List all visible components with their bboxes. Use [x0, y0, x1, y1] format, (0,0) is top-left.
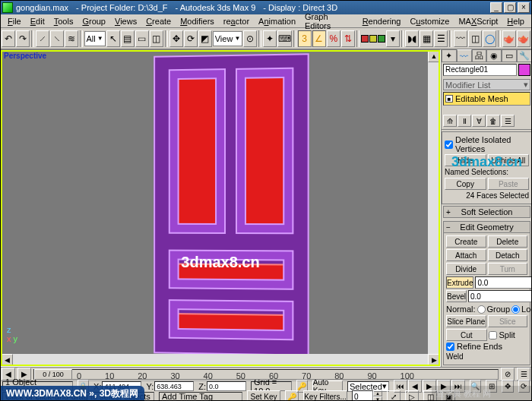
tab-modify[interactable]: 〰	[457, 49, 472, 62]
menu-group[interactable]: Group	[78, 15, 110, 27]
time-slider[interactable]: 0 / 100 0102030405060708090100	[33, 369, 499, 380]
slice-plane-button[interactable]: Slice Plane	[446, 315, 486, 327]
menu-create[interactable]: Create	[141, 15, 176, 27]
menu-file[interactable]: File	[3, 15, 26, 27]
window-crossing-button[interactable]: ◫	[150, 30, 163, 47]
render-scene-button[interactable]: 🫖	[502, 30, 516, 47]
named-sets-button[interactable]: ▾	[386, 30, 400, 47]
tab-hierarchy[interactable]: 品	[472, 49, 487, 62]
object-color-swatch[interactable]	[518, 64, 530, 76]
delete-button[interactable]: Delete	[488, 235, 528, 248]
hide-button[interactable]: Hide	[445, 154, 486, 166]
paste-button[interactable]: Paste	[488, 178, 530, 190]
slice-button[interactable]: Slice	[488, 315, 528, 327]
rotate-button[interactable]: ⟳	[184, 30, 198, 47]
scroll-up-button[interactable]: ▲	[428, 50, 440, 62]
menu-views[interactable]: Views	[110, 15, 141, 27]
rollout-edit-geometry[interactable]: −Edit Geometry	[443, 221, 530, 233]
select-object-button[interactable]: ↖	[106, 30, 120, 47]
bind-spacewarp-button[interactable]: ≋	[65, 30, 78, 47]
select-by-name-button[interactable]: ▤	[121, 30, 135, 47]
scroll-right-button[interactable]: ▶	[428, 354, 440, 366]
bevel-spinner[interactable]: ▲▼	[468, 290, 532, 302]
menu-animation[interactable]: Animation	[254, 15, 300, 27]
configure-sets-button[interactable]: ☰	[501, 115, 515, 127]
menu-graph[interactable]: Graph Editors	[300, 11, 358, 32]
time-slider-thumb[interactable]: 0 / 100	[34, 369, 72, 380]
normal-group-radio[interactable]	[477, 305, 486, 314]
angle-snap-button[interactable]: ∠	[312, 30, 326, 47]
manipulate-button[interactable]: ✦	[263, 30, 277, 47]
attach-button[interactable]: Attach	[446, 249, 486, 261]
window-close-button[interactable]: ×	[518, 2, 530, 13]
fov-button[interactable]: ▷	[405, 390, 419, 402]
layers-button[interactable]: ☰	[434, 30, 448, 47]
percent-snap-button[interactable]: %	[327, 30, 340, 47]
undo-button[interactable]: ↶	[2, 30, 15, 47]
extrude-button[interactable]: Extrude	[446, 276, 473, 289]
z-coord-field[interactable]: Z:	[198, 381, 246, 391]
redo-button[interactable]: ↷	[16, 30, 30, 47]
window-minimize-button[interactable]: _	[490, 2, 502, 13]
object-name-field[interactable]: Rectangle01	[443, 64, 517, 76]
remove-modifier-button[interactable]: 🗑	[486, 115, 500, 127]
menu-tools[interactable]: Tools	[49, 15, 78, 27]
keyboard-shortcut-button[interactable]: ⌨	[277, 30, 292, 47]
viewport-perspective[interactable]: Perspective 3dmax8.cn zx y ▲ ◀ ▶	[0, 49, 441, 367]
unlink-button[interactable]: ⟍	[50, 30, 64, 47]
scale-button[interactable]: ◩	[198, 30, 212, 47]
spinner-snap-button[interactable]: ⇅	[341, 30, 355, 47]
stack-expand-icon[interactable]: ■	[445, 95, 453, 103]
stack-item-editable-mesh[interactable]: ■ Editable Mesh	[444, 93, 530, 105]
quick-render-button[interactable]: 🫖	[517, 30, 530, 47]
add-time-tag[interactable]: Add Time Tag	[159, 392, 242, 402]
normal-local-radio[interactable]	[511, 305, 520, 314]
ref-coord-dropdown[interactable]: View▼	[213, 31, 243, 46]
tab-utilities[interactable]: 🔧	[517, 49, 532, 62]
modifier-list-dropdown[interactable]: Modifier List▾	[443, 79, 530, 90]
timeconfig-button[interactable]: ☰	[517, 368, 530, 380]
tab-motion[interactable]: ◉	[486, 49, 502, 62]
zoom-extents-button[interactable]: ⤢	[387, 390, 401, 402]
schematic-view-button[interactable]: ◫	[468, 30, 482, 47]
cut-button[interactable]: Cut	[446, 329, 487, 341]
show-end-result-button[interactable]: Ⅱ	[458, 115, 471, 127]
detach-button[interactable]: Detach	[488, 249, 528, 261]
menu-help[interactable]: Help	[502, 15, 529, 27]
turn-button[interactable]: Turn	[488, 263, 528, 275]
material-editor-button[interactable]: ◯	[483, 30, 496, 47]
y-coord-field[interactable]: Y:	[146, 381, 194, 391]
pivot-center-button[interactable]: ⊙	[243, 30, 257, 47]
setkey-button[interactable]: Set Key	[247, 390, 280, 401]
link-button[interactable]: ⟋	[36, 30, 49, 47]
rect-region-button[interactable]: ▭	[135, 30, 149, 47]
delete-iso-checkbox[interactable]: Delete Isolated Vertices	[445, 135, 529, 153]
rollout-soft-selection[interactable]: +Soft Selection	[443, 206, 530, 218]
key-big-button[interactable]: 🔑	[285, 390, 299, 402]
unhide-all-button[interactable]: Unhide All	[488, 154, 530, 166]
bevel-button[interactable]: Bevel	[446, 290, 467, 302]
divide-button[interactable]: Divide	[446, 263, 486, 275]
menu-modifiers[interactable]: Modifiers	[176, 15, 219, 27]
pin-stack-button[interactable]: ⟰	[443, 115, 457, 127]
tab-display[interactable]: ▭	[502, 49, 517, 62]
refine-ends-checkbox[interactable]: Refine Ends	[446, 342, 527, 351]
menu-rendering[interactable]: Rendering	[358, 15, 406, 27]
align-button[interactable]: ▦	[420, 30, 433, 47]
create-button[interactable]: Create	[446, 235, 486, 248]
window-maximize-button[interactable]: ▢	[504, 2, 516, 13]
split-checkbox[interactable]: Split	[489, 330, 528, 340]
scroll-left-button[interactable]: ◀	[1, 354, 13, 366]
viewport-scroll-v[interactable]: ▲	[428, 50, 440, 354]
menu-edit[interactable]: Edit	[26, 15, 49, 27]
make-unique-button[interactable]: ∀	[472, 115, 486, 127]
current-frame-spinner[interactable]: ▲▼	[352, 390, 382, 401]
copy-button[interactable]: Copy	[445, 178, 486, 190]
menu-reactor[interactable]: reactor	[219, 15, 254, 27]
menu-customize[interactable]: Customize	[405, 15, 454, 27]
key-filters-button[interactable]: Key Filters...	[303, 390, 347, 401]
menu-maxscript[interactable]: MAXScript	[454, 15, 502, 27]
set-key-icon[interactable]: ⊘	[501, 368, 515, 380]
tab-create[interactable]: ✦	[442, 49, 457, 62]
snap-toggle-button[interactable]: 3	[298, 30, 312, 47]
